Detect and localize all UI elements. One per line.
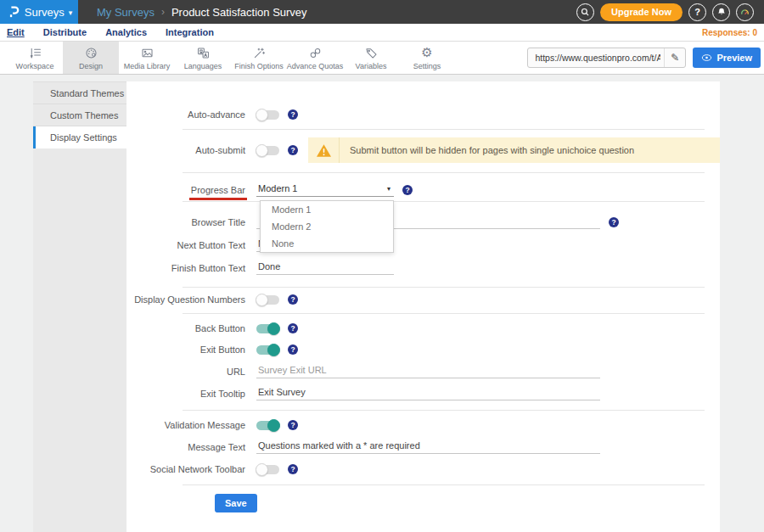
section-divider xyxy=(183,129,705,130)
warning-triangle-icon xyxy=(316,143,332,158)
browser-title-help-icon[interactable]: ? xyxy=(609,217,619,227)
search-button[interactable] xyxy=(576,3,594,21)
responses-count[interactable]: Responses: 0 xyxy=(702,28,757,37)
setting-row-exit-url: URL xyxy=(126,362,720,381)
preview-button[interactable]: Preview xyxy=(693,48,761,68)
setting-row-display-question-numbers: Display Question Numbers ? xyxy=(126,290,720,309)
toolbar-item-variables[interactable]: Variables xyxy=(343,42,399,74)
toolbar-item-workspace[interactable]: Workspace xyxy=(7,42,63,74)
progress-bar-select[interactable]: Modern 1 ▾ xyxy=(256,183,394,197)
header-actions: Upgrade Now ? xyxy=(576,3,764,21)
survey-url-field: ✎ xyxy=(527,48,686,68)
sidebar-item-standard-themes[interactable]: Standard Themes xyxy=(33,82,126,104)
display-question-numbers-toggle[interactable] xyxy=(256,295,279,305)
survey-mode-nav: Edit Distribute Analytics Integration Re… xyxy=(0,24,764,41)
toolbar-item-languages[interactable]: Languages xyxy=(175,42,231,74)
toolbar-spacer xyxy=(455,42,527,74)
edit-url-pencil-icon[interactable]: ✎ xyxy=(664,48,685,67)
progress-bar-selected-value: Modern 1 xyxy=(258,183,297,193)
surveys-product-menu[interactable]: Surveys ▾ xyxy=(0,0,78,24)
exit-button-label: Exit Button xyxy=(126,344,256,355)
message-text-label: Message Text xyxy=(126,442,256,452)
toolbar-item-design[interactable]: Design xyxy=(63,42,119,74)
toolbar-item-finish-options[interactable]: Finish Options xyxy=(231,42,287,74)
tag-icon xyxy=(364,46,379,60)
magic-wand-icon xyxy=(252,46,267,60)
auto-advance-help-icon[interactable]: ? xyxy=(288,109,298,120)
toolbar-item-settings[interactable]: ⚙ Settings xyxy=(399,42,455,74)
toolbar-item-media-library[interactable]: Media Library xyxy=(119,42,175,74)
media-library-icon xyxy=(140,46,154,60)
dropdown-option-modern-1[interactable]: Modern 1 xyxy=(261,201,393,218)
sidebar-item-display-settings[interactable]: Display Settings xyxy=(33,126,126,148)
warning-text: Submit button will be hidden for pages w… xyxy=(340,145,634,155)
content-area: Standard Themes Custom Themes Display Se… xyxy=(0,75,764,532)
section-divider xyxy=(183,410,705,411)
browser-title-label: Browser Title xyxy=(126,217,256,227)
setting-row-browser-title: Browser Title ? xyxy=(126,213,720,232)
auto-submit-toggle[interactable] xyxy=(256,146,279,155)
validation-message-toggle[interactable] xyxy=(256,421,279,430)
setting-row-next-button-text: Next Button Text xyxy=(126,236,720,255)
questionpro-logo-icon xyxy=(6,4,20,20)
product-label: Surveys xyxy=(25,6,65,19)
languages-icon xyxy=(196,46,211,60)
section-divider xyxy=(183,313,705,314)
finish-button-text-input[interactable] xyxy=(256,261,394,275)
setting-row-finish-button-text: Finish Button Text xyxy=(126,259,720,277)
exit-tooltip-input[interactable] xyxy=(256,387,600,400)
exit-button-help-icon[interactable]: ? xyxy=(288,344,298,355)
setting-row-social-network-toolbar: Social Network Toolbar ? xyxy=(126,460,720,479)
progress-bar-label: Progress Bar xyxy=(191,185,245,195)
notifications-button[interactable] xyxy=(712,3,730,21)
progress-bar-dropdown-menu: Modern 1 Modern 2 None xyxy=(260,200,394,253)
usage-meter-button[interactable] xyxy=(736,3,754,21)
exit-tooltip-label: Exit Tooltip xyxy=(126,389,256,399)
red-annotation-underline xyxy=(189,198,247,200)
social-network-toolbar-toggle[interactable] xyxy=(256,465,279,474)
breadcrumb-separator: › xyxy=(161,6,165,18)
tab-edit[interactable]: Edit xyxy=(7,27,25,37)
message-text-input[interactable] xyxy=(256,440,600,454)
back-button-toggle[interactable] xyxy=(256,324,279,333)
tab-distribute[interactable]: Distribute xyxy=(43,27,87,37)
eye-icon xyxy=(701,53,712,62)
setting-row-progress-bar: Progress Bar Modern 1 ▾ Modern 1 Modern … xyxy=(126,181,720,199)
upgrade-now-button[interactable]: Upgrade Now xyxy=(600,3,683,21)
exit-url-label: URL xyxy=(126,367,256,377)
breadcrumb-my-surveys[interactable]: My Surveys xyxy=(97,6,154,19)
tab-integration[interactable]: Integration xyxy=(166,27,214,37)
validation-message-label: Validation Message xyxy=(126,420,256,430)
back-button-help-icon[interactable]: ? xyxy=(288,323,298,333)
auto-submit-warning: Submit button will be hidden for pages w… xyxy=(308,137,720,163)
design-toolbar: Workspace Design Media Library xyxy=(0,41,764,75)
display-settings-panel: Auto-advance ? Auto-submit ? xyxy=(126,81,720,532)
back-button-label: Back Button xyxy=(126,323,256,333)
progress-bar-help-icon[interactable]: ? xyxy=(402,185,413,195)
save-button[interactable]: Save xyxy=(215,494,257,512)
exit-url-input[interactable] xyxy=(256,365,600,378)
top-header: Surveys ▾ My Surveys › Product Satisfact… xyxy=(0,0,764,24)
auto-advance-toggle[interactable] xyxy=(256,110,279,120)
toolbar-item-advance-quotas[interactable]: Advance Quotas xyxy=(287,42,343,74)
gauge-icon xyxy=(739,7,750,18)
exit-button-toggle[interactable] xyxy=(256,345,279,355)
dropdown-option-modern-2[interactable]: Modern 2 xyxy=(261,218,393,235)
validation-message-help-icon[interactable]: ? xyxy=(288,420,298,430)
help-button[interactable]: ? xyxy=(688,3,706,21)
display-question-numbers-help-icon[interactable]: ? xyxy=(288,294,298,305)
auto-submit-help-icon[interactable]: ? xyxy=(288,145,298,155)
section-divider xyxy=(183,287,705,288)
chevron-down-icon: ▾ xyxy=(69,8,73,17)
setting-row-message-text: Message Text xyxy=(126,438,720,456)
dropdown-option-none[interactable]: None xyxy=(261,235,393,252)
sidebar-item-custom-themes[interactable]: Custom Themes xyxy=(33,104,126,126)
breadcrumb: My Surveys › Product Satisfaction Survey xyxy=(97,6,307,19)
setting-row-exit-button: Exit Button ? xyxy=(126,340,720,359)
setting-row-auto-submit: Auto-submit ? Submit button will be hidd… xyxy=(126,137,720,163)
tab-analytics[interactable]: Analytics xyxy=(105,27,147,37)
auto-advance-label: Auto-advance xyxy=(126,109,256,120)
setting-row-exit-tooltip: Exit Tooltip xyxy=(126,384,720,403)
social-network-toolbar-help-icon[interactable]: ? xyxy=(288,464,298,474)
survey-url-input[interactable] xyxy=(528,53,664,63)
